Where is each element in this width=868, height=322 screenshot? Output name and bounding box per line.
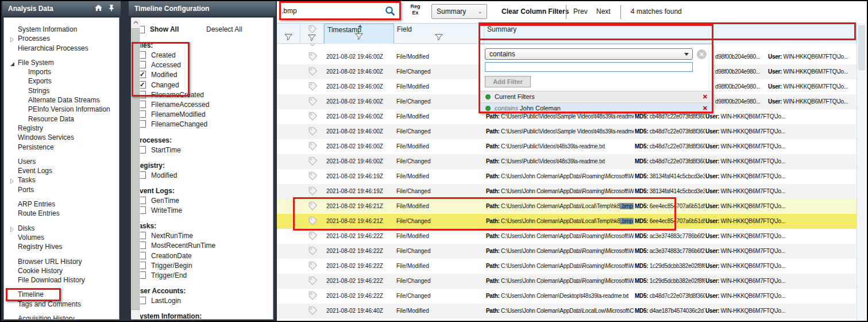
sidebar-item-timeline[interactable]: Timeline <box>4 290 119 299</box>
table-row[interactable]: 2021-08-02 19:46:00ZFile/ChangedPath: C:… <box>277 154 857 169</box>
config-option-nextruntime[interactable]: NextRunTime <box>132 231 273 241</box>
sidebar-item-peinfo-version-information[interactable]: PEInfo Version Information <box>4 105 119 114</box>
expander-collapsed-icon[interactable] <box>10 177 16 183</box>
sidebar-item-label: PEInfo Version Information <box>28 105 110 113</box>
config-option-gentime[interactable]: GenTime <box>132 196 273 206</box>
pin-icon[interactable] <box>108 4 115 13</box>
summary-path: Path: C:\Users\John Coleman\AppData\Roam… <box>486 184 634 199</box>
config-option-filenameaccessed[interactable]: FilenameAccessed <box>132 100 273 110</box>
regex-toggle[interactable]: Reg Ex <box>407 3 424 16</box>
sidebar-item-processes[interactable]: Processes <box>4 34 119 43</box>
table-row[interactable]: 2021-08-02 19:46:21ZFile/ChangedPath: C:… <box>277 214 857 229</box>
prev-match-button[interactable]: Prev <box>573 7 588 16</box>
table-row[interactable]: 2021-08-02 19:46:00ZFile/ChangedPath: C:… <box>277 124 857 139</box>
config-option-writetime[interactable]: WriteTime <box>132 206 273 216</box>
sidebar-item-cookie-history[interactable]: Cookie History <box>4 266 119 275</box>
sidebar-item-registry-hives[interactable]: Registry Hives <box>4 242 119 251</box>
sidebar-item-hierarchical-processes[interactable]: Hierarchical Processes <box>4 44 119 53</box>
sidebar-item-users[interactable]: Users <box>4 157 119 166</box>
expander-expanded-icon[interactable] <box>10 60 16 66</box>
filter-operator-select[interactable]: contains <box>485 48 693 60</box>
search-column-select[interactable]: Summary ⌄ <box>431 4 487 19</box>
home-icon[interactable] <box>94 4 103 13</box>
config-option-trigger-end[interactable]: Trigger/End <box>132 271 273 281</box>
clear-column-filters-button[interactable]: Clear Column Filters <box>501 7 569 16</box>
scrollbar-thumb[interactable] <box>132 28 140 310</box>
expander-collapsed-icon[interactable] <box>10 225 16 231</box>
config-option-trigger-begin[interactable]: Trigger/Begin <box>132 261 273 271</box>
sidebar-item-system-information[interactable]: System Information <box>4 25 119 34</box>
sidebar-item-windows-services[interactable]: Windows Services <box>4 133 119 142</box>
filter-funnel-icon[interactable] <box>355 32 363 43</box>
column-header-summary[interactable]: Summary <box>484 24 857 44</box>
row-filter-cell <box>277 199 300 214</box>
table-row[interactable]: 2021-08-02 19:46:21ZFile/ModifiedPath: C… <box>277 199 857 214</box>
table-row[interactable]: 2021-08-02 19:46:40ZFile/ModifiedPath: C… <box>277 304 857 319</box>
table-row[interactable]: 2021-08-02 19:46:00ZFile/ModifiedPath: C… <box>277 139 857 154</box>
sidebar-item-tags-and-comments[interactable]: Tags and Comments <box>4 300 119 309</box>
filter-funnel-icon[interactable] <box>308 33 316 44</box>
config-option-mostrecentruntime[interactable]: MostRecentRunTime <box>132 241 273 251</box>
sidebar-item-strings[interactable]: Strings <box>4 86 119 95</box>
sidebar-item-file-system[interactable]: File System <box>4 58 119 67</box>
config-option-changed[interactable]: ✓Changed <box>132 80 273 90</box>
column-header-timestamp[interactable]: Timestamp <box>324 24 394 44</box>
sidebar-item-resource-data[interactable]: Resource Data <box>4 114 119 124</box>
column-header-field[interactable]: Field <box>394 24 484 44</box>
sidebar-item-route-entries[interactable]: Route Entries <box>4 209 119 218</box>
config-option-created[interactable]: Created <box>132 51 273 60</box>
config-option-modified[interactable]: Modified <box>132 171 273 181</box>
table-scrollbar[interactable] <box>857 23 866 321</box>
table-row[interactable]: 2021-08-02 19:46:22ZFile/ChangedPath: C:… <box>277 244 857 259</box>
sidebar-item-browser-url-history[interactable]: Browser URL History <box>4 257 119 266</box>
config-option-lastlogin[interactable]: LastLogin <box>132 296 273 306</box>
filter-value-input[interactable] <box>485 62 693 72</box>
sidebar-item-ports[interactable]: Ports <box>4 185 119 194</box>
scrollbar-thumb[interactable] <box>858 25 865 70</box>
sidebar-item-alternate-data-streams[interactable]: Alternate Data Streams <box>4 95 119 105</box>
config-option-filenamechanged[interactable]: FilenameChanged <box>132 120 273 129</box>
config-option-modified[interactable]: ✓Modified <box>132 70 273 80</box>
table-row[interactable]: 2021-08-02 19:46:19ZFile/ModifiedPath: C… <box>277 169 857 184</box>
sidebar-item-registry[interactable]: Registry <box>4 124 119 133</box>
remove-filter-icon[interactable]: ✕ <box>703 105 708 112</box>
table-row[interactable]: 2021-08-02 19:46:22ZFile/ChangedPath: C:… <box>277 274 857 289</box>
close-filter-icon[interactable]: ✕ <box>697 49 707 59</box>
expander-collapsed-icon[interactable] <box>10 36 16 41</box>
table-row[interactable]: 2021-08-02 19:46:22ZFile/ModifiedPath: C… <box>277 229 857 244</box>
filter-funnel-icon[interactable] <box>435 33 443 43</box>
sidebar-item-imports[interactable]: Imports <box>4 67 119 76</box>
table-row[interactable]: 2021-08-02 19:46:19ZFile/ChangedPath: C:… <box>277 184 857 199</box>
remove-all-filters-icon[interactable]: ✕ <box>703 93 708 101</box>
sidebar-item-tasks[interactable]: Tasks <box>4 175 119 185</box>
column-header-tags[interactable] <box>277 24 300 44</box>
table-row[interactable]: 2021-08-02 19:46:22ZFile/ChangedPath: C:… <box>277 289 857 304</box>
filter-active-dot-icon <box>485 106 491 111</box>
config-option-creationdate[interactable]: CreationDate <box>132 251 273 261</box>
sidebar-item-volumes[interactable]: Volumes <box>4 233 119 242</box>
sidebar-item-disks[interactable]: Disks <box>4 224 119 233</box>
scrollbar-up-arrow-icon[interactable] <box>131 18 140 27</box>
next-match-button[interactable]: Next <box>596 7 611 16</box>
search-icon[interactable] <box>384 5 396 19</box>
search-input[interactable] <box>281 3 383 18</box>
row-filter-cell <box>277 109 300 124</box>
sidebar-item-file-download-history[interactable]: File Download History <box>4 275 119 285</box>
user-label: User: <box>705 218 721 224</box>
filter-funnel-icon[interactable] <box>284 33 292 43</box>
table-row[interactable]: 2021-08-02 19:46:22ZFile/ModifiedPath: C… <box>277 259 857 274</box>
summary-path: Path: C:\Users\John Coleman\AppData\Loca… <box>486 304 634 319</box>
config-option-accessed[interactable]: Accessed <box>132 60 273 70</box>
add-filter-button[interactable]: Add Filter <box>485 76 531 87</box>
config-option-filenamecreated[interactable]: FilenameCreated <box>132 90 273 100</box>
config-option-filenamemodified[interactable]: FilenameModified <box>132 110 273 120</box>
config-panel-scrollbar[interactable] <box>131 18 140 319</box>
filter-item-row[interactable]: contains John Coleman ✕ <box>480 102 712 113</box>
config-option-starttime[interactable]: StartTime <box>132 145 273 155</box>
sidebar-item-acquisition-history[interactable]: Acquisition History <box>4 314 119 320</box>
sidebar-item-persistence[interactable]: Persistence <box>4 143 119 152</box>
sidebar-item-arp-entries[interactable]: ARP Entries <box>4 200 119 209</box>
column-header-tag-icon[interactable] <box>300 24 324 44</box>
sidebar-item-exports[interactable]: Exports <box>4 76 119 86</box>
sidebar-item-event-logs[interactable]: Event Logs <box>4 166 119 175</box>
